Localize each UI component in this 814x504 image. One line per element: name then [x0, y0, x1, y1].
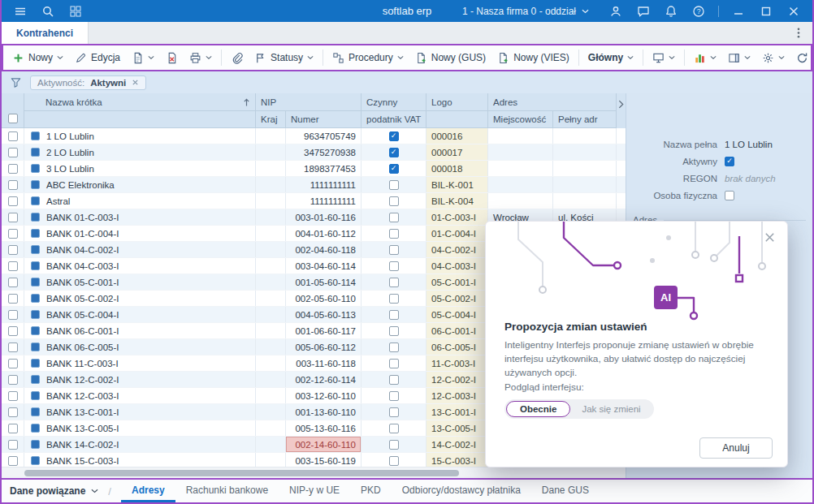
table-row[interactable]: Astral1111111111BIL-K-004: [2, 193, 626, 209]
remove-filter-icon[interactable]: [132, 79, 139, 86]
scrollbar-thumb[interactable]: [24, 470, 459, 476]
vat-checkbox[interactable]: [389, 456, 399, 466]
column-header-logo[interactable]: Logo: [426, 93, 488, 111]
vat-checkbox[interactable]: [389, 359, 399, 368]
vat-checkbox[interactable]: [389, 245, 399, 255]
vat-checkbox[interactable]: [389, 278, 399, 287]
analysis-button[interactable]: [688, 49, 722, 67]
print-layout-button[interactable]: [647, 49, 681, 67]
menu-icon[interactable]: [14, 5, 27, 18]
column-subheader-country[interactable]: Kraj: [256, 111, 286, 128]
column-subheader-full-address[interactable]: Pełny adr: [553, 111, 617, 128]
row-checkbox[interactable]: [8, 359, 18, 368]
column-subheader-number[interactable]: Numer: [286, 111, 362, 128]
related-data-dropdown[interactable]: Dane powiązane: [10, 480, 98, 502]
print-button[interactable]: [184, 49, 218, 67]
table-row[interactable]: 3 LO Lublin1898377453000018: [2, 161, 626, 177]
row-checkbox[interactable]: [8, 245, 18, 255]
user-icon[interactable]: [609, 5, 622, 18]
row-checkbox[interactable]: [8, 229, 18, 239]
vat-checkbox[interactable]: [389, 131, 399, 141]
select-all-checkbox[interactable]: [8, 114, 18, 123]
related-tab-nip-y-w-ue[interactable]: NIP-y w UE: [279, 480, 350, 502]
procedures-button[interactable]: Procedury: [327, 49, 409, 67]
statuses-button[interactable]: Statusy: [249, 49, 319, 67]
vat-checkbox[interactable]: [389, 261, 399, 271]
related-tab-rachunki-bankowe[interactable]: Rachunki bankowe: [175, 480, 279, 502]
detail-checkbox[interactable]: [725, 157, 734, 166]
help-icon[interactable]: ?: [692, 5, 705, 18]
vat-checkbox[interactable]: [389, 375, 399, 385]
table-row[interactable]: 2 LO Lublin3475270938000017: [2, 144, 626, 161]
delete-button[interactable]: [160, 49, 184, 67]
vat-checkbox[interactable]: [389, 424, 399, 433]
edit-button[interactable]: Edycja: [69, 49, 126, 67]
main-view-button[interactable]: Główny: [582, 49, 639, 67]
row-checkbox[interactable]: [8, 440, 18, 450]
row-checkbox[interactable]: [8, 148, 18, 157]
row-checkbox[interactable]: [8, 456, 18, 466]
close-icon[interactable]: [764, 231, 776, 243]
refresh-button[interactable]: [790, 49, 814, 67]
vat-checkbox[interactable]: [389, 180, 399, 190]
chat-icon[interactable]: [637, 5, 650, 18]
vat-checkbox[interactable]: [389, 229, 399, 239]
column-subheader-vat[interactable]: podatnik VAT: [362, 111, 426, 128]
row-checkbox[interactable]: [8, 196, 18, 206]
vat-checkbox[interactable]: [389, 196, 399, 206]
column-header-address[interactable]: Adres: [488, 93, 617, 111]
row-checkbox[interactable]: [8, 391, 18, 401]
vat-checkbox[interactable]: [389, 440, 399, 450]
cancel-button[interactable]: Anuluj: [699, 437, 773, 459]
row-checkbox[interactable]: [8, 342, 18, 352]
close-icon[interactable]: [787, 5, 800, 18]
company-selector[interactable]: 1 - Nasza firma 0 - oddział: [462, 6, 589, 17]
vat-checkbox[interactable]: [389, 391, 399, 401]
row-checkbox[interactable]: [8, 164, 18, 174]
collapse-panel-icon[interactable]: [617, 93, 626, 128]
column-header-vat[interactable]: Czynny: [362, 93, 426, 111]
settings-button[interactable]: [756, 49, 790, 67]
vat-checkbox[interactable]: [389, 213, 399, 222]
vat-checkbox[interactable]: [389, 164, 399, 174]
vat-checkbox[interactable]: [389, 148, 399, 157]
maximize-icon[interactable]: [760, 5, 773, 18]
attachments-button[interactable]: [225, 49, 249, 67]
row-checkbox[interactable]: [8, 180, 18, 190]
related-tab-odbiorcy-dostawcy-p-atnika[interactable]: Odbiorcy/dostawcy płatnika: [392, 480, 531, 502]
row-checkbox[interactable]: [8, 424, 18, 433]
bell-icon[interactable]: [665, 5, 678, 18]
detail-checkbox[interactable]: [725, 191, 734, 200]
tabbar-menu-icon[interactable]: [793, 27, 804, 39]
new-vies-button[interactable]: Nowy (VIES): [491, 49, 575, 67]
related-tab-adresy[interactable]: Adresy: [121, 480, 175, 502]
table-row[interactable]: 1 LO Lublin9634705749000016: [2, 128, 626, 144]
vat-checkbox[interactable]: [389, 310, 399, 320]
segment-changed[interactable]: Jak się zmieni: [570, 402, 652, 416]
minimize-icon[interactable]: [732, 5, 745, 18]
row-checkbox[interactable]: [8, 278, 18, 287]
horizontal-scrollbar[interactable]: [2, 467, 626, 478]
column-header-name[interactable]: Nazwa krótka: [24, 93, 256, 111]
row-checkbox[interactable]: [8, 326, 18, 336]
related-tab-dane-gus[interactable]: Dane GUS: [531, 480, 600, 502]
row-checkbox[interactable]: [8, 407, 18, 417]
column-subheader-city[interactable]: Miejscowość: [488, 111, 553, 128]
row-checkbox[interactable]: [8, 261, 18, 271]
row-checkbox[interactable]: [8, 310, 18, 320]
segment-current[interactable]: Obecnie: [506, 401, 570, 417]
filter-chip-activity[interactable]: Aktywność: Aktywni: [30, 75, 146, 90]
new-gus-button[interactable]: Nowy (GUS): [409, 49, 491, 67]
column-header-nip[interactable]: NIP: [256, 93, 362, 111]
search-icon[interactable]: [41, 5, 54, 18]
vat-checkbox[interactable]: [389, 407, 399, 417]
panels-button[interactable]: [722, 49, 756, 67]
tab-kontrahenci[interactable]: Kontrahenci: [2, 22, 89, 44]
vat-checkbox[interactable]: [389, 326, 399, 336]
related-tab-pkd[interactable]: PKD: [350, 480, 392, 502]
vat-checkbox[interactable]: [389, 342, 399, 352]
new-button[interactable]: Nowy: [6, 49, 69, 67]
table-row[interactable]: ABC Elektronika1111111111BIL-K-001: [2, 177, 626, 193]
row-checkbox[interactable]: [8, 131, 18, 141]
vat-checkbox[interactable]: [389, 294, 399, 304]
